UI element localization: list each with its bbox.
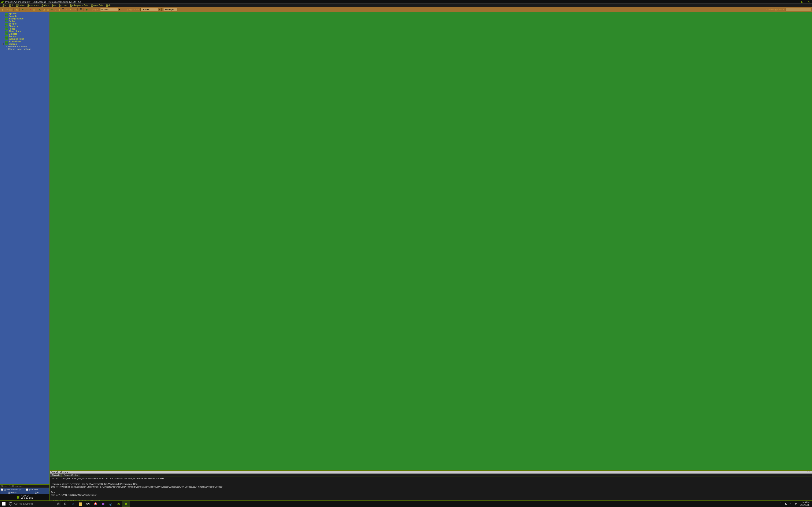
menu-scripts[interactable]: Scripts [40, 4, 50, 7]
save-icon[interactable]: ▤ [9, 8, 12, 11]
whole-word-checkbox[interactable]: Whole Word Only [0, 489, 25, 491]
tray-chevron-up-icon[interactable]: ˄ [779, 502, 782, 505]
help-icon[interactable]: ◉ [85, 8, 88, 11]
object-res-icon[interactable]: ● [69, 8, 72, 11]
volume-icon[interactable]: 🔈︎ [789, 502, 793, 505]
minimize-button[interactable]: ─ [794, 1, 798, 3]
action-center-icon[interactable]: 💬︎ [794, 502, 798, 505]
edge-icon[interactable]: e [69, 501, 77, 507]
tree-folder-shaders[interactable]: Shaders [0, 25, 49, 27]
config-combo[interactable]: Default ▾ [140, 8, 161, 11]
background-res-icon[interactable]: ▥ [46, 8, 49, 11]
compile-panel: Compile Messages ⋮⋮ CompileSource Contro… [50, 470, 812, 500]
microphone-icon[interactable]: 🎤︎ [57, 502, 60, 506]
menu-edit[interactable]: Edit [8, 4, 15, 7]
tree-folder-macros[interactable]: +Macros [0, 43, 49, 45]
tree-folder-paths[interactable]: Paths [0, 20, 49, 22]
store-icon[interactable]: 🛍︎ [84, 501, 92, 507]
system-tray: ˄ 🖧︎ 🔈︎ 💬︎ [778, 501, 799, 507]
run-icon[interactable]: ▶ [21, 8, 24, 11]
list-icon[interactable]: ☰ [79, 8, 82, 11]
target-label: Target: [92, 8, 99, 11]
app-generic-icon[interactable]: ◎ [107, 501, 115, 507]
tree-folder-rooms[interactable]: Rooms [0, 35, 49, 38]
chrome-icon[interactable] [92, 501, 99, 507]
sound-res-icon[interactable]: ◑ [42, 8, 46, 11]
panel-grip-icon[interactable]: ⋮⋮ [806, 471, 811, 473]
menubar: FileEditWindowResourcesScriptsRunAccount… [0, 4, 812, 7]
create-exe-icon[interactable]: ▣ [15, 8, 18, 11]
menu-file[interactable]: File [1, 4, 8, 7]
menu-marketplace-beta[interactable]: Marketplace Beta [69, 4, 90, 7]
resource-search-input[interactable] [0, 485, 49, 488]
menu-help[interactable]: Help [105, 4, 113, 7]
compile-log[interactable]: cmd /c ""C:\Program Files (x86)\Microsof… [50, 477, 812, 500]
menu-player-beta[interactable]: Player Beta [90, 4, 105, 7]
font-res-icon[interactable]: T [61, 8, 65, 11]
sprite-res-icon[interactable]: ◐ [39, 8, 42, 11]
kb-search[interactable] [785, 8, 811, 11]
tree-doc-global-game-settings[interactable]: ▫Global Game Settings [0, 48, 49, 50]
debug-icon[interactable]: ▷ [25, 8, 28, 11]
menu-run[interactable]: Run [50, 4, 57, 7]
visual-studio-icon[interactable]: ⬣ [99, 501, 107, 507]
gamemaker-ea-icon[interactable]: ✖ [122, 501, 130, 507]
tree-folder-included-files[interactable]: Included Files [0, 38, 49, 40]
chevron-down-icon[interactable]: ▾ [158, 8, 161, 11]
gamemaker-icon[interactable]: ✖ [115, 501, 122, 507]
clean-icon[interactable]: ▦ [32, 8, 36, 11]
file-explorer-icon[interactable]: ▇ [77, 501, 84, 507]
shader-res-icon[interactable]: ▮ [57, 8, 61, 11]
tree-folder-time-lines[interactable]: Time Lines [0, 30, 49, 33]
tree-folder-scripts[interactable]: Scripts [0, 22, 49, 25]
compile-tab-source-control[interactable]: Source Control [62, 473, 80, 476]
resource-search-area: Whole Word Only Filter Tree Previous Nex… [0, 485, 49, 494]
toolbar-separator [37, 8, 37, 11]
open-project-icon[interactable]: ▭ [5, 8, 8, 11]
folder-icon [5, 40, 8, 43]
tree-folder-backgrounds[interactable]: Backgrounds [0, 17, 49, 20]
script-res-icon[interactable]: ▯ [54, 8, 57, 11]
next-button[interactable]: Next [25, 491, 50, 494]
timeline-res-icon[interactable]: ✕ [65, 8, 68, 11]
workspace: Compile Messages ⋮⋮ CompileSource Contro… [50, 12, 812, 500]
menu-window[interactable]: Window [15, 4, 26, 7]
new-project-icon[interactable]: ▮ [1, 8, 4, 11]
tree-folder-fonts[interactable]: Fonts [0, 27, 49, 30]
previous-button[interactable]: Previous [0, 491, 25, 494]
taskbar-search[interactable]: Ask me anything 🎤︎ [8, 501, 61, 507]
svg-point-1 [2, 1, 4, 2]
taskbar-clock[interactable]: 1:49 PM 9/28/2015 [799, 501, 811, 506]
menu-account[interactable]: Account [57, 4, 69, 7]
compile-tabs: CompileSource Control [50, 473, 812, 477]
maximize-button[interactable]: ☐ [800, 1, 805, 3]
cortana-icon [9, 502, 12, 506]
document-icon: ▫ [5, 48, 7, 50]
svg-point-8 [95, 503, 96, 504]
path-res-icon[interactable]: ↪ [50, 8, 53, 11]
tree-doc-game-information[interactable]: ▫Game Information [0, 45, 49, 48]
close-button[interactable]: ✕ [806, 1, 811, 3]
network-icon[interactable]: 🖧︎ [784, 502, 788, 505]
show-desktop-button[interactable] [811, 501, 812, 507]
filter-tree-checkbox[interactable]: Filter Tree [25, 489, 49, 491]
start-button[interactable] [0, 501, 8, 507]
tree-folder-extensions[interactable]: Extensions [0, 40, 49, 43]
folder-icon [5, 17, 8, 20]
target-combo[interactable]: Android ▾ [100, 8, 121, 11]
chevron-down-icon[interactable]: ▾ [118, 8, 121, 11]
tree-folder-objects[interactable]: Objects [0, 33, 49, 35]
tree-folder-sounds[interactable]: Sounds [0, 15, 49, 17]
tree-folder-sprites[interactable]: Sprites [0, 12, 49, 15]
stop-icon[interactable]: ■ [29, 8, 32, 11]
compile-panel-header[interactable]: Compile Messages ⋮⋮ [50, 471, 812, 473]
room-res-icon[interactable]: ▭ [73, 8, 76, 11]
manage-button[interactable]: Manage... [163, 8, 177, 11]
resource-tree[interactable]: SpritesSoundsBackgroundsPathsScriptsShad… [0, 12, 49, 485]
menu-resources[interactable]: Resources [26, 4, 40, 7]
workspace-canvas[interactable] [50, 12, 812, 470]
compile-tab-compile[interactable]: Compile [50, 473, 62, 476]
task-view-icon[interactable]: ⧉ [61, 501, 69, 507]
app-icon [1, 0, 4, 3]
taskbar: Ask me anything 🎤︎ ⧉ e ▇ 🛍︎ ⬣ ◎ ✖ ✖ ˄ 🖧︎… [0, 501, 812, 507]
